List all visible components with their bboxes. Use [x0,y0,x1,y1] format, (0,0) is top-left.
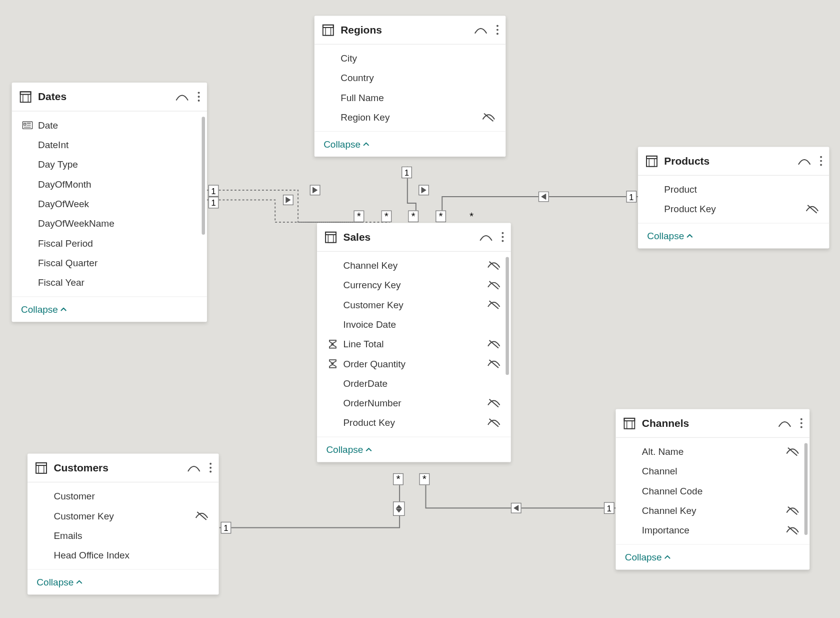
collapse-button[interactable]: Collapse [625,552,671,562]
preview-icon[interactable] [176,93,188,101]
field-label: Fiscal Quarter [36,258,196,268]
field-row[interactable]: Channel Key [317,256,511,275]
field-row[interactable]: Invoice Date [317,315,511,334]
filter-direction-both [393,501,405,516]
table-icon [36,462,48,474]
table-card-customers[interactable]: Customers CustomerCustomer KeyEmailsHead… [28,454,219,595]
table-icon [624,417,636,429]
field-list: DateDateIntDay TypeDayOfMonthDayOfWeekDa… [12,112,207,296]
svg-rect-4 [20,92,31,102]
card-title: Sales [343,231,472,243]
field-row[interactable]: Full Name [314,88,506,108]
field-kind-icon [20,121,35,129]
field-row[interactable]: DayOfMonth [12,174,207,194]
filter-direction-arrow-right [310,185,320,195]
field-row[interactable]: Alt. Name [616,442,810,461]
cardinality-one: 1 [626,191,636,203]
field-row[interactable]: DayOfWeek [12,194,207,214]
preview-icon[interactable] [480,233,492,241]
collapse-button[interactable]: Collapse [647,231,693,241]
preview-icon[interactable] [474,26,487,34]
cardinality-one: 1 [220,522,231,534]
more-options-icon[interactable] [799,416,802,431]
hidden-icon [786,505,799,516]
field-label: Alt. Name [640,446,786,457]
field-row[interactable]: Customer [28,486,219,506]
scrollbar[interactable] [804,443,808,535]
svg-rect-0 [323,25,334,35]
table-card-channels[interactable]: Channels Alt. NameChannelChannel CodeCha… [616,409,810,569]
field-row[interactable]: Channel Key [616,501,810,520]
table-card-sales[interactable]: Sales Channel KeyCurrency KeyCustomer Ke… [317,223,511,462]
preview-icon[interactable] [798,157,811,165]
field-row[interactable]: Fiscal Quarter [12,253,207,273]
filter-direction-arrow-left [538,192,549,202]
svg-rect-2 [326,27,330,35]
field-row[interactable]: Customer Key [28,506,219,525]
card-title: Products [664,155,791,167]
field-row[interactable]: OrderNumber [317,393,511,413]
field-row[interactable]: Fiscal Year [12,273,207,292]
field-row[interactable]: Channel Code [616,481,810,501]
field-row[interactable]: Day Type [12,155,207,174]
collapse-button[interactable]: Collapse [324,139,370,150]
hidden-icon [482,112,495,123]
field-label: Invoice Date [340,319,500,330]
field-row[interactable]: Date [12,116,207,135]
field-row[interactable]: Currency Key [317,275,511,295]
hidden-icon [488,300,500,310]
field-label: Customer Key [51,510,195,521]
field-row[interactable]: Importance [616,520,810,540]
field-row[interactable]: OrderDate [317,374,511,393]
field-row[interactable]: Product Key [317,413,511,432]
more-options-icon[interactable] [208,460,211,475]
chevron-up-icon [76,580,83,584]
field-row[interactable]: Region Key [314,108,506,127]
more-options-icon[interactable] [495,23,498,38]
field-label: Customer Key [340,300,487,310]
svg-rect-18 [328,234,333,242]
field-row[interactable]: Fiscal Period [12,233,207,253]
field-row[interactable]: DayOfWeekName [12,214,207,233]
preview-icon[interactable] [778,419,791,427]
card-title: Channels [642,417,772,429]
field-label: DayOfWeek [36,199,196,209]
table-card-regions[interactable]: Regions CityCountryFull NameRegion Key C… [314,16,506,157]
field-row[interactable]: Emails [28,526,219,545]
collapse-button[interactable]: Collapse [326,444,372,455]
hidden-icon [488,280,500,290]
field-row[interactable]: DateInt [12,135,207,155]
scrollbar[interactable] [506,257,509,375]
svg-rect-28 [38,465,44,473]
field-row[interactable]: Product [638,180,830,199]
field-label: Country [338,73,495,83]
more-options-icon[interactable] [196,89,199,104]
field-label: Product [662,184,818,195]
field-row[interactable]: Order Quantity [317,354,511,373]
table-card-products[interactable]: Products ProductProduct Key Collapse [638,147,830,248]
field-row[interactable]: Country [314,68,506,88]
field-row[interactable]: Line Total [317,334,511,354]
collapse-button[interactable]: Collapse [21,304,67,315]
field-label: Emails [51,530,208,541]
chevron-up-icon [366,448,372,452]
table-icon [322,24,334,36]
svg-rect-13 [646,156,657,158]
svg-rect-27 [36,462,46,465]
field-row[interactable]: Head Office Index [28,545,219,565]
card-header: Channels [616,409,810,438]
more-options-icon[interactable] [500,229,503,244]
collapse-button[interactable]: Collapse [36,577,82,587]
cardinality-one: 1 [208,197,219,209]
hidden-icon [488,417,500,428]
field-row[interactable]: City [314,49,506,68]
field-row[interactable]: Customer Key [317,295,511,315]
table-icon [20,91,32,103]
field-list: CityCountryFull NameRegion Key [314,45,506,131]
more-options-icon[interactable] [818,154,821,169]
table-card-dates[interactable]: Dates DateDateIntDay TypeDayOfMonthDayOf… [12,83,207,322]
preview-icon[interactable] [188,464,200,472]
field-row[interactable]: Channel [616,461,810,481]
field-row[interactable]: Product Key [638,199,830,219]
scrollbar[interactable] [202,117,205,235]
